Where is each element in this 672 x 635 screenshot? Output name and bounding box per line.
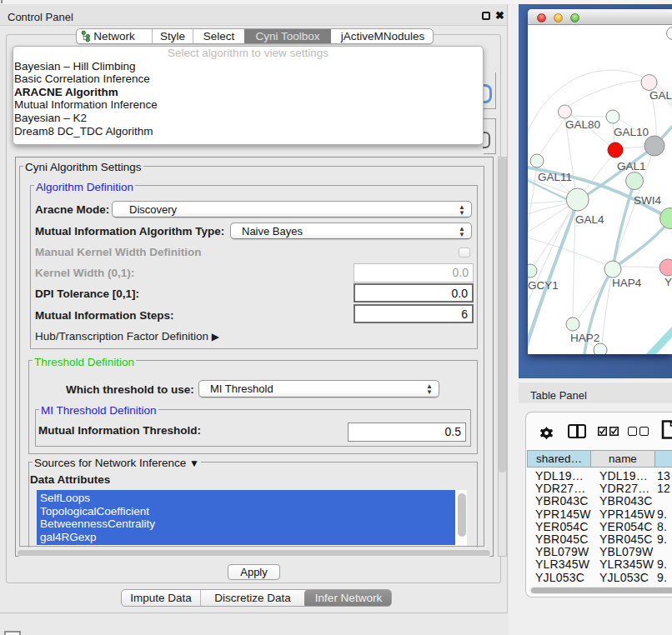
svg-text:GAL11: GAL11	[538, 171, 572, 183]
svg-text:HAP2: HAP2	[570, 332, 599, 344]
svg-text:GAL1: GAL1	[617, 160, 646, 172]
svg-text:GAL7: GAL7	[649, 89, 672, 102]
svg-text:Y: Y	[664, 276, 672, 288]
svg-text:GCY1: GCY1	[528, 279, 559, 292]
svg-text:SWI4: SWI4	[634, 194, 661, 207]
svg-text:HAP4: HAP4	[612, 277, 642, 289]
svg-text:GAL10: GAL10	[614, 126, 649, 138]
svg-text:GAL4: GAL4	[575, 213, 604, 226]
svg-text:GAL80: GAL80	[565, 118, 600, 131]
